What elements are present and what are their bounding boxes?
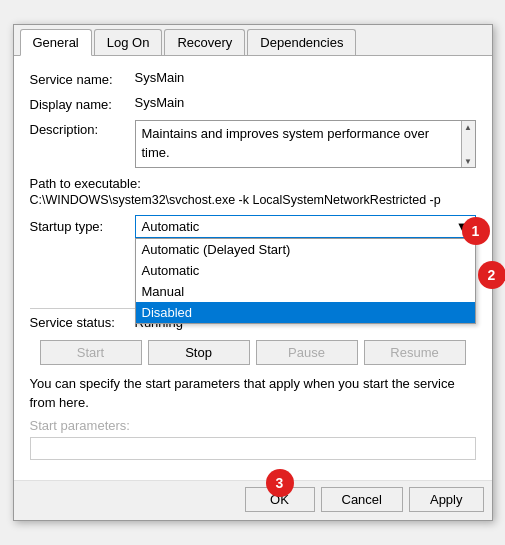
params-section: You can specify the start parameters tha… bbox=[30, 375, 476, 459]
dropdown-item-manual[interactable]: Manual bbox=[136, 281, 475, 302]
properties-dialog: General Log On Recovery Dependencies Ser… bbox=[13, 24, 493, 520]
tab-logon[interactable]: Log On bbox=[94, 29, 163, 55]
dropdown-item-disabled[interactable]: Disabled bbox=[136, 302, 475, 323]
path-label: Path to executable: bbox=[30, 176, 476, 191]
description-box: Maintains and improves system performanc… bbox=[135, 120, 476, 168]
tab-dependencies[interactable]: Dependencies bbox=[247, 29, 356, 55]
description-label: Description: bbox=[30, 120, 135, 137]
callout-1: 1 bbox=[462, 217, 490, 245]
service-status-label: Service status: bbox=[30, 315, 135, 330]
startup-type-row: Startup type: Automatic ▼ Automatic (Del… bbox=[30, 215, 476, 238]
pause-button[interactable]: Pause bbox=[256, 340, 358, 365]
service-name-value: SysMain bbox=[135, 70, 476, 85]
startup-type-label: Startup type: bbox=[30, 219, 135, 234]
description-text: Maintains and improves system performanc… bbox=[142, 125, 469, 161]
params-info-text: You can specify the start parameters tha… bbox=[30, 375, 476, 411]
service-name-label: Service name: bbox=[30, 70, 135, 87]
service-buttons-row: Start Stop Pause Resume bbox=[30, 340, 476, 365]
apply-button[interactable]: Apply bbox=[409, 487, 484, 512]
dialog-content: Service name: SysMain Display name: SysM… bbox=[14, 56, 492, 479]
dropdown-item-delayed[interactable]: Automatic (Delayed Start) bbox=[136, 239, 475, 260]
display-name-row: Display name: SysMain bbox=[30, 95, 476, 112]
path-value: C:\WINDOWS\system32\svchost.exe -k Local… bbox=[30, 193, 476, 207]
service-name-row: Service name: SysMain bbox=[30, 70, 476, 87]
callout-2: 2 bbox=[478, 261, 506, 289]
bottom-buttons-row: 3 OK Cancel Apply bbox=[14, 480, 492, 520]
display-name-value: SysMain bbox=[135, 95, 476, 110]
ok-btn-wrap: 3 OK bbox=[245, 487, 315, 512]
scroll-up-arrow[interactable]: ▲ bbox=[462, 121, 474, 133]
tab-recovery[interactable]: Recovery bbox=[164, 29, 245, 55]
startup-type-container: Automatic ▼ Automatic (Delayed Start) Au… bbox=[135, 215, 476, 238]
params-label: Start parameters: bbox=[30, 418, 476, 433]
resume-button[interactable]: Resume bbox=[364, 340, 466, 365]
path-section: Path to executable: C:\WINDOWS\system32\… bbox=[30, 176, 476, 207]
callout-3: 3 bbox=[266, 469, 294, 497]
startup-type-dropdown: Automatic (Delayed Start) Automatic Manu… bbox=[135, 238, 476, 324]
display-name-label: Display name: bbox=[30, 95, 135, 112]
stop-button[interactable]: Stop bbox=[148, 340, 250, 365]
description-scrollbar[interactable]: ▲ ▼ bbox=[461, 121, 475, 167]
startup-type-select[interactable]: Automatic ▼ bbox=[135, 215, 476, 238]
tab-general[interactable]: General bbox=[20, 29, 92, 56]
description-row: Description: Maintains and improves syst… bbox=[30, 120, 476, 168]
tab-bar: General Log On Recovery Dependencies bbox=[14, 25, 492, 56]
dropdown-item-automatic[interactable]: Automatic bbox=[136, 260, 475, 281]
start-button[interactable]: Start bbox=[40, 340, 142, 365]
cancel-button[interactable]: Cancel bbox=[321, 487, 403, 512]
scroll-down-arrow[interactable]: ▼ bbox=[462, 155, 474, 167]
startup-type-value: Automatic bbox=[142, 219, 200, 234]
params-input[interactable] bbox=[30, 437, 476, 460]
